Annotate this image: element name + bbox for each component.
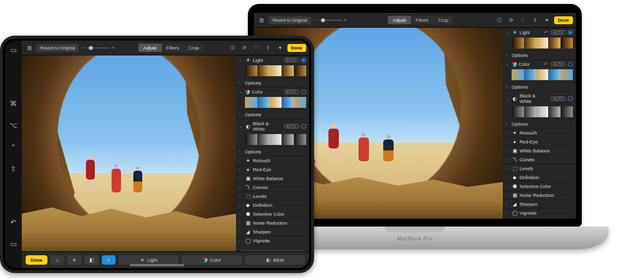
enhance-icon[interactable]: ✦ [542, 16, 551, 25]
undo-icon[interactable]: ↶ [543, 30, 549, 35]
done-button[interactable]: Done [287, 44, 307, 52]
panel-item-curves[interactable]: ›〽Curves [236, 183, 309, 191]
enhance-icon[interactable]: ✦ [276, 44, 284, 52]
enable-toggle[interactable] [568, 96, 573, 101]
light-thumbs[interactable] [503, 37, 576, 50]
tab-filters[interactable]: Filters [161, 44, 184, 52]
enable-toggle[interactable] [568, 30, 573, 35]
chevron-right-icon: › [239, 194, 243, 198]
panel-item-white-balance[interactable]: ›▣White Balance [236, 174, 309, 183]
sidebar-toggle-icon[interactable]: ▥ [25, 44, 34, 52]
enable-toggle[interactable] [301, 90, 306, 94]
bw-thumbs[interactable] [503, 105, 576, 119]
sidecar-menu-icon[interactable]: ▭ [9, 46, 18, 54]
share-icon[interactable]: ⇪ [264, 44, 273, 52]
panel-options-bw[interactable]: › Options [503, 119, 576, 128]
rotate-icon[interactable]: ⟳ [240, 44, 249, 52]
control-icon[interactable]: ⌃ [9, 142, 18, 151]
auto-button[interactable]: AUTO [284, 124, 299, 129]
tab-crop[interactable]: Crop [184, 44, 204, 52]
panel-item-noise-reduction[interactable]: ›▦Noise Reduction [503, 190, 576, 199]
option-icon[interactable]: ⌥ [9, 121, 18, 130]
panel-section-color[interactable]: ⌄ Color ↶ AUTO [503, 59, 576, 68]
home-indicator[interactable] [130, 264, 184, 266]
zoom-in-icon[interactable]: + [112, 45, 115, 50]
panel-item-red-eye[interactable]: ›●Red-Eye [503, 137, 576, 146]
panel-options-color[interactable]: › Options [503, 82, 576, 91]
auto-button[interactable]: AUTO [551, 30, 566, 35]
sidebar-toggle-icon[interactable]: ▥ [257, 16, 266, 25]
touchbar-compare[interactable]: ◧ [84, 255, 99, 265]
panel-options-light[interactable]: › Options [503, 50, 576, 59]
panel-options-bw[interactable]: › Options [236, 147, 309, 156]
undo-icon[interactable]: ↶ [543, 61, 549, 67]
tab-adjust[interactable]: Adjust [138, 44, 161, 52]
panel-options-color[interactable]: › Options [236, 110, 309, 119]
panel-section-bw[interactable]: ⌄ ◐ Black & White AUTO [236, 119, 309, 133]
done-button[interactable]: Done [554, 16, 573, 24]
bw-thumbs[interactable] [236, 133, 309, 147]
panel-item-vignette[interactable]: ›◯Vignette [236, 236, 309, 245]
zoom-in-icon[interactable]: + [344, 17, 347, 23]
auto-button[interactable]: AUTO [551, 62, 566, 66]
panel-item-retouch[interactable]: ›✦Retouch [236, 156, 309, 165]
photo-canvas[interactable] [22, 55, 236, 251]
share-icon[interactable]: ⇪ [530, 16, 539, 25]
light-thumbs[interactable] [236, 64, 309, 78]
panel-item-definition[interactable]: ›◆Definition [503, 173, 576, 182]
panel-item-levels[interactable]: ›⬚Levels [236, 191, 309, 200]
color-thumbs[interactable] [503, 68, 576, 82]
command-icon[interactable]: ⌘ [9, 99, 18, 108]
touchbar-light-button[interactable]: ☀ Light [119, 255, 179, 265]
panel-options-light[interactable]: › Options [236, 78, 309, 87]
zoom-out-icon[interactable]: − [314, 17, 317, 23]
keyboard-icon[interactable]: ▭ [9, 239, 18, 248]
shift-icon[interactable]: ⇧ [9, 164, 18, 173]
undo-icon[interactable]: ↶ [9, 218, 18, 227]
info-icon[interactable]: ⓘ [495, 16, 504, 25]
panel-item-curves[interactable]: ›〽Curves [503, 155, 576, 164]
touchbar-brightness-up[interactable]: ☀ [67, 255, 81, 265]
enable-toggle[interactable] [301, 124, 306, 129]
panel-item-definition[interactable]: ›◆Definition [236, 200, 309, 209]
info-icon[interactable]: ⓘ [228, 44, 237, 52]
zoom-slider[interactable]: − + [82, 45, 115, 50]
tab-filters[interactable]: Filters [411, 16, 434, 24]
touchbar-done-button[interactable]: Done [26, 255, 47, 265]
panel-section-bw[interactable]: ⌄ ◐ Black & White AUTO [503, 91, 576, 105]
panel-item-vignette[interactable]: ›◯Vignette [503, 208, 576, 217]
panel-section-light[interactable]: ⌄ ☀ Light ↶ AUTO [503, 28, 576, 37]
enable-toggle[interactable] [301, 58, 306, 63]
touchbar-bw-button[interactable]: ◐ B&W [245, 255, 305, 265]
panel-item-levels[interactable]: ›⬚Levels [503, 164, 576, 173]
panel-item-sharpen[interactable]: ›◢Sharpen [236, 227, 309, 236]
panel-item-selective-color[interactable]: ›⬢Selective Color [503, 182, 576, 190]
auto-button[interactable]: AUTO [551, 96, 566, 101]
touchbar-color-button[interactable]: Color [182, 255, 242, 265]
panel-item-retouch[interactable]: ›✦Retouch [503, 128, 576, 137]
panel-section-light[interactable]: ⌄ ☀ Light AUTO [236, 55, 309, 64]
rotate-icon[interactable]: ⟳ [507, 16, 516, 25]
auto-button[interactable]: AUTO [284, 90, 299, 94]
panel-item-selective-color[interactable]: ›⬢Selective Color [236, 209, 309, 218]
auto-button[interactable]: AUTO [284, 58, 299, 62]
revert-button[interactable]: Revert to Original [269, 16, 311, 24]
panel-item-sharpen[interactable]: ›◢Sharpen [503, 199, 576, 208]
favorite-icon[interactable]: ♡ [252, 44, 261, 52]
favorite-icon[interactable]: ♡ [519, 16, 527, 25]
panel-section-color[interactable]: ⌄ Color AUTO [236, 87, 309, 96]
zoom-out-icon[interactable]: − [82, 45, 85, 50]
panel-item-noise-reduction[interactable]: ›▦Noise Reduction [236, 218, 309, 227]
touchbar-brightness-down[interactable]: ☼ [50, 255, 65, 265]
panel-item-white-balance[interactable]: ›▣White Balance [503, 146, 576, 155]
panel-label: Selective Color [253, 211, 306, 217]
enable-toggle[interactable] [568, 62, 573, 67]
zoom-slider[interactable]: − + [314, 17, 347, 23]
tab-adjust[interactable]: Adjust [388, 16, 410, 24]
tab-crop[interactable]: Crop [433, 16, 453, 24]
touchbar-check[interactable]: ✓ [102, 255, 116, 265]
revert-button[interactable]: Revert to Original [37, 44, 79, 52]
color-thumbs[interactable] [236, 96, 309, 110]
panel-item-red-eye[interactable]: ›●Red-Eye [236, 165, 309, 174]
adjust-item-icon: ⬢ [512, 184, 518, 189]
